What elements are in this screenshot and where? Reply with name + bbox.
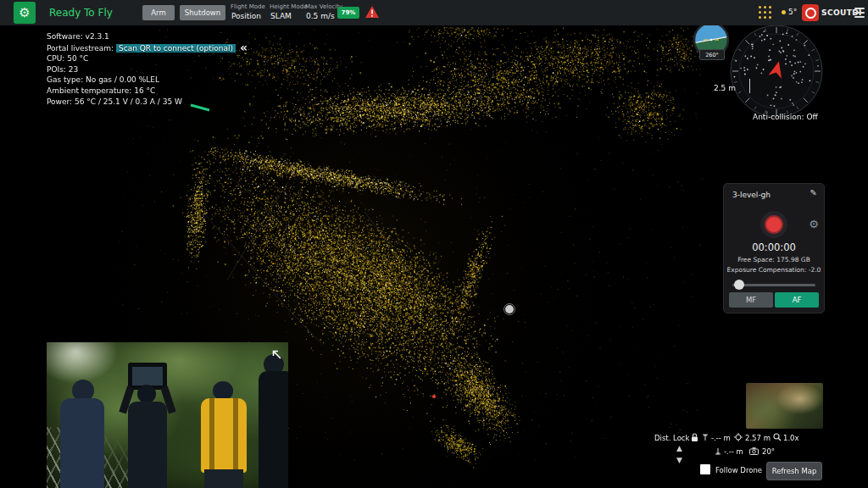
- edit-name-icon[interactable]: ✎: [810, 188, 817, 197]
- free-space-label: Free Space: 175.98 GB: [724, 256, 824, 263]
- person-silhouette: [204, 469, 243, 488]
- distance-down-icon: [715, 447, 721, 455]
- refresh-map-button[interactable]: Refresh Map: [766, 462, 822, 480]
- pitch-down-arrow[interactable]: ▼: [676, 456, 682, 464]
- arm-button[interactable]: Arm: [142, 5, 175, 20]
- gimbal-angle-value: 20°: [762, 447, 775, 456]
- software-version: Software: v2.3.1: [47, 31, 248, 42]
- recording-timer: 00:00:00: [724, 241, 824, 253]
- follow-drone-checkbox[interactable]: [700, 464, 710, 474]
- zoom-magnifier-icon[interactable]: [773, 433, 782, 441]
- compass-minimap[interactable]: [729, 24, 824, 119]
- swap-view-arrow-icon[interactable]: [270, 347, 283, 361]
- height-mode-label: Height Mode: [270, 3, 307, 10]
- safety-vest: [201, 398, 247, 473]
- gas-reading: Gas type: No gas / 0.00 %LEL: [47, 75, 248, 86]
- dist-lock-label: Dist. Lock: [654, 434, 689, 442]
- collapse-chevrons-icon[interactable]: «: [240, 41, 248, 54]
- target-distance-icon: [734, 433, 743, 441]
- auto-focus-button[interactable]: AF: [775, 292, 819, 308]
- minimap-scale-label: 2.5 m: [714, 84, 736, 92]
- flight-mode-label: Flight Mode: [231, 3, 265, 10]
- distance-down-value: -.-- m: [724, 447, 743, 456]
- person-silhouette: [259, 371, 288, 488]
- recording-name: 3-level-gh: [732, 191, 771, 199]
- person-silhouette: [128, 402, 167, 488]
- record-dot-icon: [765, 215, 783, 234]
- warning-icon[interactable]: [364, 5, 380, 22]
- portal-label: Portal livestream:: [47, 44, 116, 53]
- distance-up-value: -.-- m: [711, 434, 731, 442]
- hamburger-menu-icon[interactable]: [854, 8, 865, 20]
- camera-settings-icon[interactable]: ⚙: [809, 218, 819, 230]
- heading-readout: 260°: [699, 49, 725, 60]
- flight-mode-value: Position: [231, 12, 261, 20]
- flight-status: Ready To Fly: [49, 7, 113, 19]
- person-silhouette: [213, 381, 233, 400]
- exposure-label: Exposure Compensation: -2.0: [724, 266, 824, 274]
- temperature-dot-icon: [782, 10, 786, 14]
- top-bar: ⚙ Ready To Fly Arm Shutdown Flight Mode …: [0, 0, 868, 25]
- max-velocity-value: 0.5 m/s: [306, 12, 335, 20]
- temperature-indicator: 5°: [782, 8, 797, 16]
- camera-thumbnail[interactable]: [746, 383, 823, 429]
- gimbal-camera-icon: [749, 447, 759, 455]
- settings-button[interactable]: ⚙: [14, 2, 36, 24]
- camera-feed[interactable]: [47, 342, 288, 488]
- temperature-value: 5°: [788, 8, 797, 16]
- power-reading: Power: 56 °C / 25.1 V / 0.3 A / 35 W: [47, 97, 248, 108]
- scoutdi-logo: [802, 4, 819, 21]
- portal-qr-link[interactable]: Scan QR to connect (optional): [116, 44, 236, 53]
- distance-forward-value: 2.57 m: [745, 434, 771, 442]
- exposure-slider-knob[interactable]: [734, 280, 744, 290]
- ambient-temp: Ambient temperature: 16 °C: [47, 86, 248, 97]
- distance-up-icon: [702, 434, 709, 441]
- exposure-slider-track: [732, 284, 815, 286]
- person-silhouette: [137, 385, 156, 403]
- signal-dots-icon: [759, 6, 771, 19]
- shutdown-button[interactable]: Shutdown: [180, 5, 225, 20]
- controller-screen: [132, 367, 163, 385]
- telemetry-panel: Software: v2.3.1 Portal livestream: Scan…: [47, 31, 248, 107]
- minimap-scale-line: [749, 79, 750, 93]
- zoom-value: 1.0x: [783, 434, 799, 442]
- follow-drone-label: Follow Drone: [715, 466, 762, 474]
- cpu-temp: CPU: 50 °C: [47, 53, 248, 64]
- portal-livestream-line: Portal livestream: Scan QR to connect (o…: [47, 42, 248, 54]
- battery-badge: 79%: [337, 7, 359, 19]
- exposure-slider[interactable]: [732, 280, 815, 290]
- lock-icon[interactable]: [691, 433, 698, 442]
- anti-collision-status: Anti-collision: Off: [753, 113, 818, 121]
- recorder-card: 3-level-gh ✎ ⚙ 00:00:00 Free Space: 175.…: [723, 183, 825, 313]
- gear-icon: ⚙: [19, 5, 30, 20]
- height-mode-value: SLAM: [270, 12, 292, 20]
- poi-count: POIs: 23: [47, 64, 248, 75]
- manual-focus-button[interactable]: MF: [729, 292, 773, 308]
- pitch-up-arrow[interactable]: ▲: [676, 444, 682, 452]
- person-silhouette: [60, 398, 104, 488]
- record-button[interactable]: [760, 211, 787, 238]
